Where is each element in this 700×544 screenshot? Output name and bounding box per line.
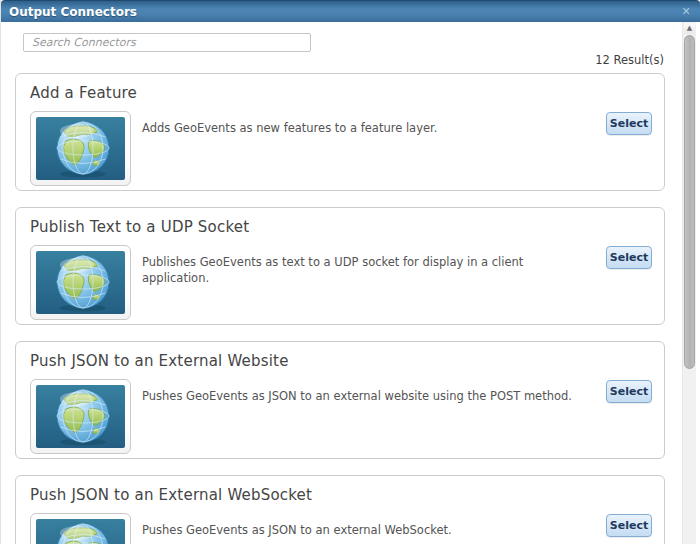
globe-icon [36,251,125,314]
connector-card: Publish Text to a UDP Socket Publishes G… [15,207,665,325]
connector-description: Pushes GeoEvents as JSON to an external … [142,513,650,544]
connector-title: Publish Text to a UDP Socket [30,218,650,236]
connector-card: Push JSON to an External WebSocket Pushe… [15,475,665,544]
connector-description: Publishes GeoEvents as text to a UDP soc… [142,245,650,320]
connector-card: Push JSON to an External Website Pushes … [15,341,665,459]
connector-body: Pushes GeoEvents as JSON to an external … [30,379,650,454]
connector-description: Adds GeoEvents as new features to a feat… [142,111,650,186]
select-button[interactable]: Select [606,246,652,269]
globe-icon [36,385,125,448]
connector-thumbnail [30,111,131,186]
connector-title: Push JSON to an External WebSocket [30,486,650,504]
connector-body: Pushes GeoEvents as JSON to an external … [30,513,650,544]
dialog-titlebar: Output Connectors ✕ [1,0,700,22]
vertical-scrollbar[interactable]: ▲ [682,22,696,544]
connector-description: Pushes GeoEvents as JSON to an external … [142,379,650,454]
connector-card: Add a Feature Adds GeoEvents as new feat… [15,73,665,191]
connector-body: Publishes GeoEvents as text to a UDP soc… [30,245,650,320]
scroll-up-icon[interactable]: ▲ [684,23,695,34]
close-icon[interactable]: ✕ [678,4,694,20]
globe-icon [36,117,125,180]
globe-icon [36,519,125,544]
select-button[interactable]: Select [606,112,652,135]
results-count: 12 Result(s) [595,53,664,67]
connector-thumbnail [30,379,131,454]
select-button[interactable]: Select [606,380,652,403]
dialog-title: Output Connectors [9,5,137,19]
scrollbar-thumb[interactable] [684,35,695,369]
select-button[interactable]: Select [606,514,652,537]
connector-body: Adds GeoEvents as new features to a feat… [30,111,650,186]
search-input[interactable] [23,33,311,52]
connector-list: Add a Feature Adds GeoEvents as new feat… [15,73,665,544]
output-connectors-dialog: { "window": { "title": "Output Connector… [0,0,700,544]
connector-thumbnail [30,245,131,320]
connector-title: Add a Feature [30,84,650,102]
connector-title: Push JSON to an External Website [30,352,650,370]
connector-thumbnail [30,513,131,544]
